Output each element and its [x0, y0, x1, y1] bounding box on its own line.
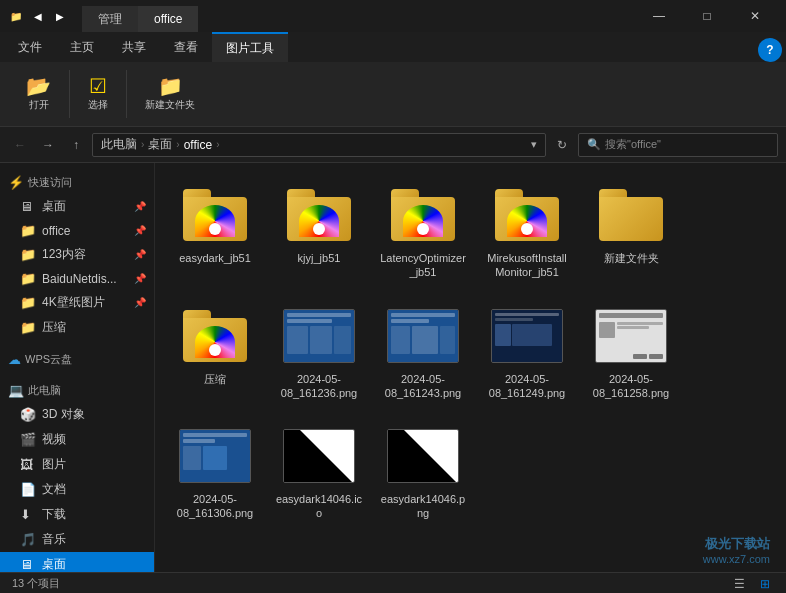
sidebar-3d[interactable]: 🎲 3D 对象	[0, 402, 154, 427]
path-dropdown[interactable]: ▾	[531, 138, 537, 151]
sidebar-quick-access: ⚡ 快速访问 🖥 桌面 📌 📁 office 📌 📁 123内容 📌 📁 Bai…	[0, 167, 154, 344]
thumb-png5	[179, 424, 251, 488]
ribbon-group-2: ☑ 选择	[70, 70, 127, 118]
sidebar-header-wps: ☁ WPS云盘	[0, 348, 154, 371]
office-folder-icon: 📁	[20, 223, 36, 238]
window-icon: 📁	[8, 8, 24, 24]
minimize-button[interactable]: —	[636, 0, 682, 32]
file-item-png5[interactable]: 2024-05-08_161306.png	[167, 416, 263, 529]
sidebar-item-123[interactable]: 📁 123内容 📌	[0, 242, 154, 267]
path-current[interactable]: office	[184, 138, 212, 152]
sidebar-item-baidu[interactable]: 📁 BaiduNetdis... 📌	[0, 267, 154, 290]
file-name-zip: 压缩	[204, 372, 226, 386]
sidebar-desktop-label: 桌面	[42, 198, 66, 215]
forward-button[interactable]: →	[36, 133, 60, 157]
quick-access-icon[interactable]: ◀	[30, 8, 46, 24]
folder-icon-kjyj	[283, 183, 355, 247]
file-item-png3[interactable]: 2024-05-08_161249.png	[479, 296, 575, 409]
tab-picture-tools[interactable]: 图片工具	[212, 32, 288, 62]
watermark: 极光下载站 www.xz7.com	[703, 535, 770, 565]
file-item-png2[interactable]: 2024-05-08_161243.png	[375, 296, 471, 409]
4k-icon: 📁	[20, 295, 36, 310]
sidebar-downloads[interactable]: ⬇ 下载	[0, 502, 154, 527]
file-item-kjyj[interactable]: kjyj_jb51	[271, 175, 367, 288]
file-name-latency: LatencyOptimizer_jb51	[379, 251, 467, 280]
list-view-button[interactable]: ☰	[730, 575, 748, 593]
up-button[interactable]: ↑	[64, 133, 88, 157]
window-controls: — □ ✕	[636, 0, 778, 32]
path-desktop[interactable]: 桌面	[148, 136, 172, 153]
tab-view[interactable]: 查看	[160, 32, 212, 62]
help-button[interactable]: ?	[758, 38, 782, 62]
tab-office[interactable]: office	[138, 6, 198, 32]
file-item-zip[interactable]: 压缩	[167, 296, 263, 409]
sidebar-images[interactable]: 🖼 图片	[0, 452, 154, 477]
images-label: 图片	[42, 456, 66, 473]
restore-button[interactable]: □	[684, 0, 730, 32]
file-name-ico: easydark14046.ico	[275, 492, 363, 521]
sidebar-item-4k[interactable]: 📁 4K壁纸图片 📌	[0, 290, 154, 315]
sidebar-video[interactable]: 🎬 视频	[0, 427, 154, 452]
sidebar-desktop-pc[interactable]: 🖥 桌面	[0, 552, 154, 572]
sidebar-header-quick: ⚡ 快速访问	[0, 171, 154, 194]
grid-view-button[interactable]: ⊞	[756, 575, 774, 593]
item-count: 13 个项目	[12, 576, 60, 591]
tab-file[interactable]: 文件	[4, 32, 56, 62]
baidu-icon: 📁	[20, 271, 36, 286]
file-item-png4[interactable]: 2024-05-08_161258.png	[583, 296, 679, 409]
ribbon-tab-bar: 文件 主页 共享 查看 图片工具 ?	[0, 32, 786, 62]
title-tabs: 管理 office	[82, 0, 198, 32]
address-bar: ← → ↑ 此电脑 › 桌面 › office › ▾ ↻ 🔍 搜索"offic…	[0, 127, 786, 163]
file-item-png1[interactable]: 2024-05-08_161236.png	[271, 296, 367, 409]
path-pc[interactable]: 此电脑	[101, 136, 137, 153]
sidebar-4k-label: 4K壁纸图片	[42, 294, 105, 311]
close-button[interactable]: ✕	[732, 0, 778, 32]
file-item-easydark[interactable]: easydark_jb51	[167, 175, 263, 288]
file-name-png1: 2024-05-08_161236.png	[275, 372, 363, 401]
sidebar-item-desktop1[interactable]: 🖥 桌面 📌	[0, 194, 154, 219]
watermark-logo: 极光下载站	[703, 535, 770, 553]
thumb-png2	[387, 304, 459, 368]
folder-icon-mirek	[491, 183, 563, 247]
tab-share[interactable]: 共享	[108, 32, 160, 62]
tab-home[interactable]: 主页	[56, 32, 108, 62]
sidebar-music[interactable]: 🎵 音乐	[0, 527, 154, 552]
folder-icon-latency	[387, 183, 459, 247]
file-name-png2: 2024-05-08_161243.png	[379, 372, 467, 401]
pc-label: 此电脑	[28, 383, 61, 398]
file-item-latency[interactable]: LatencyOptimizer_jb51	[375, 175, 471, 288]
thumb-png4	[595, 304, 667, 368]
video-icon: 🎬	[20, 432, 36, 447]
sidebar-item-office[interactable]: 📁 office 📌	[0, 219, 154, 242]
thumb-ico	[283, 424, 355, 488]
sidebar-123-label: 123内容	[42, 246, 86, 263]
file-item-png6[interactable]: easydark14046.png	[375, 416, 471, 529]
file-item-new-folder[interactable]: 新建文件夹	[583, 175, 679, 288]
title-bar-icons: 📁 ◀ ▶	[8, 8, 68, 24]
ribbon-open-button[interactable]: 📂 打开	[20, 74, 57, 114]
sidebar-docs[interactable]: 📄 文档	[0, 477, 154, 502]
ribbon-new-button[interactable]: 📁 新建文件夹	[139, 74, 201, 114]
sidebar-item-zip[interactable]: 📁 压缩	[0, 315, 154, 340]
back-button[interactable]: ←	[8, 133, 32, 157]
thumb-png1	[283, 304, 355, 368]
pin-icon-5: 📌	[134, 297, 146, 308]
forward-icon[interactable]: ▶	[52, 8, 68, 24]
path-sep-1: ›	[141, 139, 144, 150]
folder-icon-easydark	[179, 183, 251, 247]
search-placeholder: 搜索"office"	[605, 137, 661, 152]
file-item-ico[interactable]: easydark14046.ico	[271, 416, 367, 529]
file-grid: easydark_jb51 kjyj_jb51	[167, 175, 774, 529]
refresh-button[interactable]: ↻	[550, 133, 574, 157]
file-name-new-folder: 新建文件夹	[604, 251, 659, 265]
content-area: easydark_jb51 kjyj_jb51	[155, 163, 786, 572]
ribbon-group-3: 📁 新建文件夹	[127, 70, 213, 118]
docs-icon: 📄	[20, 482, 36, 497]
folder-icon-zip	[179, 304, 251, 368]
ribbon-select-button[interactable]: ☑ 选择	[82, 74, 114, 114]
address-path[interactable]: 此电脑 › 桌面 › office › ▾	[92, 133, 546, 157]
search-box[interactable]: 🔍 搜索"office"	[578, 133, 778, 157]
file-item-mirek[interactable]: MirekusoftInstallMonitor_jb51	[479, 175, 575, 288]
file-name-png3: 2024-05-08_161249.png	[483, 372, 571, 401]
tab-manage[interactable]: 管理	[82, 6, 138, 32]
